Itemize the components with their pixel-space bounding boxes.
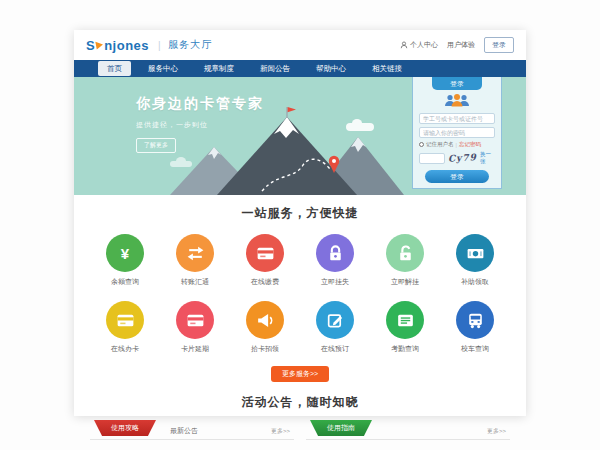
services-row-1: ¥ 余额查询 转账汇通 在线缴费	[74, 234, 526, 287]
forgot-password-link[interactable]: 忘记密码	[459, 141, 481, 148]
unlock-icon	[386, 234, 424, 272]
hero-text: 你身边的卡管专家 提供捷径，一步到位 了解更多	[136, 95, 264, 153]
service-item-pay-online[interactable]: 在线缴费	[230, 234, 300, 287]
password-input[interactable]	[419, 127, 495, 138]
hero-title: 你身边的卡管专家	[136, 95, 264, 113]
service-item-subsidy[interactable]: 补助领取	[440, 234, 510, 287]
announcements-section: 活动公告，随时知晓 使用攻略 最新公告 更多>> 使用指南 更多>>	[74, 394, 526, 440]
tab-user-guide[interactable]: 使用指南	[310, 420, 372, 436]
webpage: Snjones | 服务大厅 个人中心 用户体验 登录 首页 服务中心 规章制度…	[74, 30, 526, 416]
hero-banner: 你身边的卡管专家 提供捷径，一步到位 了解更多	[74, 77, 526, 195]
left-panel: 使用攻略 最新公告 更多>>	[90, 423, 294, 440]
more-services-button[interactable]: 更多服务>>	[271, 366, 329, 382]
cloud-icon	[346, 123, 374, 131]
service-item-attendance[interactable]: 考勤查询	[370, 301, 440, 354]
service-item-card-extension[interactable]: 卡片延期	[160, 301, 230, 354]
captcha-refresh-link[interactable]: 换一张	[480, 151, 495, 165]
login-submit-button[interactable]: 登录	[425, 170, 489, 183]
service-item-balance[interactable]: ¥ 余额查询	[90, 234, 160, 287]
site-name: 服务大厅	[168, 38, 212, 52]
captcha-image[interactable]: Cy79	[448, 152, 477, 163]
nav-item-home[interactable]: 首页	[98, 61, 131, 76]
nav-item-links[interactable]: 相关链接	[363, 61, 411, 76]
service-item-lost-found[interactable]: 拾卡招领	[230, 301, 300, 354]
header-login-button[interactable]: 登录	[484, 37, 514, 53]
transfer-icon	[176, 234, 214, 272]
right-panel: 使用指南 更多>>	[306, 423, 510, 440]
logo-arrow-icon	[96, 40, 104, 49]
services-row-2: 在线办卡 卡片延期 拾卡招领	[74, 301, 526, 354]
user-icon	[400, 41, 408, 49]
edit-icon	[316, 301, 354, 339]
screenshot-canvas: Snjones | 服务大厅 个人中心 用户体验 登录 首页 服务中心 规章制度…	[0, 0, 600, 450]
card-icon	[176, 301, 214, 339]
announcements-heading: 活动公告，随时知晓	[74, 394, 526, 411]
right-more-link[interactable]: 更多>>	[487, 427, 506, 436]
hero-subtitle: 提供捷径，一步到位	[136, 120, 264, 130]
login-tab[interactable]: 登录	[432, 77, 482, 90]
list-icon	[386, 301, 424, 339]
login-options-row: 记住用户名 | 忘记密码	[419, 141, 495, 148]
site-logo[interactable]: Snjones | 服务大厅	[86, 38, 212, 53]
lock-icon	[316, 234, 354, 272]
remember-label: 记住用户名	[426, 141, 454, 148]
service-item-school-bus[interactable]: 校车查询	[440, 301, 510, 354]
tab-latest-news[interactable]: 最新公告	[170, 426, 198, 436]
nav-item-help[interactable]: 帮助中心	[307, 61, 355, 76]
nav-item-service-center[interactable]: 服务中心	[139, 61, 187, 76]
card-icon	[246, 234, 284, 272]
banknote-icon	[456, 234, 494, 272]
personal-center-link[interactable]: 个人中心	[400, 40, 438, 50]
logo-divider: |	[158, 40, 161, 51]
service-item-transfer[interactable]: 转账汇通	[160, 234, 230, 287]
nav-item-rules[interactable]: 规章制度	[195, 61, 243, 76]
services-section: 一站服务，方便快捷 ¥ 余额查询 转账汇通 在线缴费	[74, 195, 526, 382]
site-header: Snjones | 服务大厅 个人中心 用户体验 登录	[74, 30, 526, 60]
header-links: 个人中心 用户体验 登录	[400, 37, 514, 53]
captcha-input[interactable]	[419, 153, 445, 164]
hero-cta-button[interactable]: 了解更多	[136, 138, 176, 153]
username-input[interactable]	[419, 113, 495, 124]
remember-checkbox[interactable]	[419, 142, 424, 147]
service-item-booking[interactable]: 在线预订	[300, 301, 370, 354]
tab-usage-tips[interactable]: 使用攻略	[94, 420, 156, 436]
logo-text-1: S	[86, 38, 95, 53]
service-item-report-loss[interactable]: 立即挂失	[300, 234, 370, 287]
bus-icon	[456, 301, 494, 339]
captcha-row: Cy79 换一张	[419, 151, 495, 165]
flag-icon	[288, 107, 296, 112]
login-panel: 登录 记住用户名 | 忘记密码 Cy79 换一张	[412, 77, 502, 189]
users-icon	[442, 93, 472, 108]
logo-text-2: njones	[104, 38, 149, 53]
main-nav: 首页 服务中心 规章制度 新闻公告 帮助中心 相关链接	[74, 60, 526, 77]
services-heading: 一站服务，方便快捷	[74, 205, 526, 222]
announcements-tabs: 使用攻略 最新公告 更多>> 使用指南 更多>>	[74, 423, 526, 440]
left-more-link[interactable]: 更多>>	[271, 427, 290, 436]
card-icon	[106, 301, 144, 339]
service-item-unfreeze[interactable]: 立即解挂	[370, 234, 440, 287]
megaphone-icon	[246, 301, 284, 339]
yen-icon: ¥	[106, 234, 144, 272]
user-experience-link[interactable]: 用户体验	[447, 40, 475, 50]
cloud-icon	[170, 161, 192, 167]
service-item-apply-card[interactable]: 在线办卡	[90, 301, 160, 354]
nav-item-news[interactable]: 新闻公告	[251, 61, 299, 76]
